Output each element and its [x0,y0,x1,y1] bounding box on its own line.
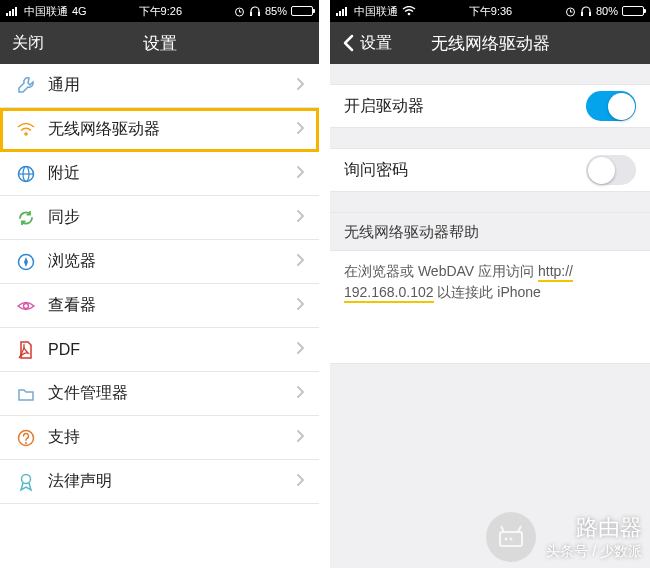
headphone-icon [580,6,592,17]
help-section-header: 无线网络驱动器帮助 [330,212,650,251]
svg-rect-0 [6,13,8,16]
left-screenshot: 中国联通 4G 下午9:26 85% 关闭 设置 通用无线网络驱动器附近同步浏览… [0,0,320,568]
sync-icon [14,208,38,228]
settings-row-ribbon[interactable]: 法律声明 [0,460,319,504]
svg-rect-2 [12,9,14,16]
carrier-label: 中国联通 [24,4,68,19]
battery-icon [622,6,644,16]
nav-bar: 设置 无线网络驱动器 [330,22,650,64]
settings-row-label: 同步 [48,207,296,228]
svg-rect-3 [15,7,17,16]
settings-row-label: 文件管理器 [48,383,296,404]
chevron-right-icon [296,253,305,271]
enable-driver-label: 开启驱动器 [344,96,586,117]
battery-pct-label: 80% [596,5,618,17]
settings-row-eye[interactable]: 查看器 [0,284,319,328]
battery-icon [291,6,313,16]
detail-content: 开启驱动器 询问密码 无线网络驱动器帮助 在浏览器或 WebDAV 应用访问 h… [330,64,650,568]
help-pre: 在浏览器或 WebDAV 应用访问 [344,263,538,279]
settings-row-help[interactable]: 支持 [0,416,319,460]
headphone-icon [249,6,261,17]
svg-point-17 [25,442,27,444]
svg-point-23 [408,13,411,16]
help-text: 在浏览器或 WebDAV 应用访问 http://192.168.0.102 以… [330,251,650,364]
back-label: 设置 [360,33,392,54]
wrench-icon [14,76,38,96]
settings-row-label: 无线网络驱动器 [48,119,296,140]
chevron-right-icon [296,77,305,95]
signal-icon [6,6,20,16]
ribbon-icon [14,472,38,492]
svg-rect-22 [345,7,347,16]
settings-row-sync[interactable]: 同步 [0,196,319,240]
settings-row-globe[interactable]: 附近 [0,152,319,196]
settings-row-wrench[interactable]: 通用 [0,64,319,108]
svg-rect-7 [250,12,252,16]
carrier-label: 中国联通 [354,4,398,19]
settings-row-label: 附近 [48,163,296,184]
svg-rect-28 [589,12,591,16]
chevron-right-icon [296,473,305,491]
svg-rect-27 [581,12,583,16]
network-label: 4G [72,5,87,17]
settings-list: 通用无线网络驱动器附近同步浏览器查看器PDF文件管理器支持法律声明 [0,64,319,568]
nav-bar: 关闭 设置 [0,22,319,64]
settings-row-label: 通用 [48,75,296,96]
chevron-right-icon [296,429,305,447]
help-url-part2: 192.168.0.102 [344,284,434,303]
status-bar: 中国联通 4G 下午9:26 85% [0,0,319,22]
settings-row-pdf[interactable]: PDF [0,328,319,372]
settings-row-label: 支持 [48,427,296,448]
compass-icon [14,252,38,272]
battery-pct-label: 85% [265,5,287,17]
settings-row-folder[interactable]: 文件管理器 [0,372,319,416]
status-bar: 中国联通 下午9:36 80% [330,0,650,22]
close-button[interactable]: 关闭 [12,33,44,54]
help-post: 以连接此 iPhone [434,284,541,300]
svg-marker-14 [24,257,28,267]
eye-icon [14,296,38,316]
folder-icon [14,384,38,404]
chevron-right-icon [296,297,305,315]
svg-point-9 [24,132,28,136]
svg-rect-1 [9,11,11,16]
svg-rect-21 [342,9,344,16]
svg-rect-20 [339,11,341,16]
chevron-right-icon [296,121,305,139]
settings-row-label: PDF [48,341,296,359]
chevron-right-icon [296,209,305,227]
alarm-icon [234,6,245,17]
enable-driver-switch[interactable] [586,91,636,121]
globe-icon [14,164,38,184]
clock-label: 下午9:26 [139,4,182,19]
chevron-right-icon [296,385,305,403]
chevron-left-icon [342,34,354,52]
svg-rect-8 [258,12,260,16]
svg-point-18 [22,474,31,483]
ask-password-label: 询问密码 [344,160,586,181]
back-button[interactable]: 设置 [342,33,392,54]
wifi-icon [402,6,416,16]
settings-row-label: 查看器 [48,295,296,316]
wifi-icon [14,120,38,140]
svg-point-15 [24,303,29,308]
settings-row-label: 浏览器 [48,251,296,272]
pdf-icon [14,340,38,360]
clock-label: 下午9:36 [469,4,512,19]
settings-row-wifi[interactable]: 无线网络驱动器 [0,108,319,152]
settings-row-label: 法律声明 [48,471,296,492]
svg-rect-19 [336,13,338,16]
alarm-icon [565,6,576,17]
chevron-right-icon [296,165,305,183]
signal-icon [336,6,350,16]
chevron-right-icon [296,341,305,359]
right-screenshot: 中国联通 下午9:36 80% 设置 无线网络驱动器 开启驱动器 询问密码 [330,0,650,568]
ask-password-switch[interactable] [586,155,636,185]
ask-password-row[interactable]: 询问密码 [330,148,650,192]
help-icon [14,428,38,448]
nav-title: 设置 [0,32,319,55]
enable-driver-row[interactable]: 开启驱动器 [330,84,650,128]
settings-row-compass[interactable]: 浏览器 [0,240,319,284]
help-url-part1: http:// [538,263,573,282]
